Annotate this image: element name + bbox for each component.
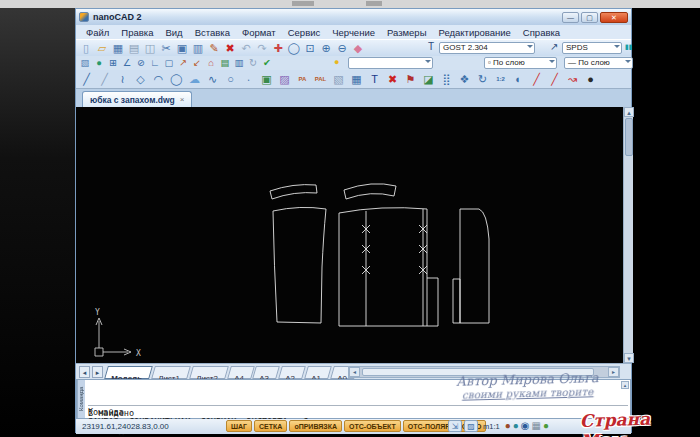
tab-nav-right-icon[interactable]: ▸ [92,366,103,378]
toolbar-icon[interactable]: ↝ [565,72,580,86]
command-scroll-up-icon[interactable]: ▴ [621,381,629,389]
toolbar-icon[interactable]: ▦ [111,41,125,55]
status-indicator-icon[interactable]: ▦ [532,420,541,432]
toolbar-icon[interactable]: ↗ [177,57,189,69]
toolbar-icon[interactable]: ☁ [187,72,202,86]
toolbar-icon[interactable]: ▧ [79,57,91,69]
sheet-tab[interactable]: Лист2 [189,366,229,379]
minimize-button[interactable]: — [562,12,579,23]
color-combo[interactable] [348,57,433,69]
toolbar-icon[interactable]: ⣿ [439,72,454,86]
status-indicator-icon[interactable]: ● [543,420,549,432]
toolbar-icon[interactable]: ◪ [421,72,436,86]
toolbar-icon[interactable]: ╱ [97,72,112,86]
toolbar-icon[interactable]: ⊞ [107,57,119,69]
sheet-tab[interactable]: A1 [304,366,332,379]
status-icon-button[interactable]: ⇲ [448,420,462,432]
toolbar-icon[interactable]: ▢ [163,57,175,69]
command-panel-side-tab[interactable]: Команда [77,380,85,418]
toolbar-icon[interactable]: ✎ [207,41,221,55]
menu-item[interactable]: Справка [517,26,566,39]
status-indicator-icon[interactable]: ● [505,420,511,432]
toolbar-icon[interactable]: ✖ [223,41,237,55]
toolbar-icon[interactable]: ▥ [191,41,205,55]
status-toggle-button[interactable]: ШАГ [226,420,252,432]
status-indicator-icon[interactable]: ● [513,420,519,432]
status-toggle-button[interactable]: ОТС-ОБЪЕКТ [344,420,401,432]
toolbar-icon[interactable]: ◆ [351,41,365,55]
close-button[interactable]: ✕ [600,12,628,23]
menu-item[interactable]: Редактирование [432,26,516,39]
status-icon-button[interactable]: ▨ [464,420,478,432]
vertical-scrollbar[interactable]: ▲ ▼ [623,107,633,363]
tab-close-icon[interactable]: × [180,95,185,104]
toolbar-icon[interactable]: PAL [313,72,328,86]
command-input[interactable]: Команда [88,405,628,417]
toolbar-icon[interactable]: ● [583,72,598,86]
toolbar-icon[interactable]: ◇ [133,72,148,86]
drawing-canvas[interactable]: Y X [76,107,623,363]
layer-color-combo[interactable]: ▫ По слою [484,57,557,69]
toolbar-icon[interactable]: ▣ [259,72,274,86]
document-tab[interactable]: юбка с запахом.dwg × [82,91,192,107]
text-style-icon[interactable]: T [428,41,434,52]
toolbar-icon[interactable]: ◫ [143,41,157,55]
toolbar-icon[interactable]: ▣ [175,41,189,55]
dim-style-combo[interactable]: SPDS [562,42,622,54]
scroll-right-icon[interactable]: ▸ [608,367,619,377]
toolbar-icon[interactable]: ∿ [205,72,220,86]
toolbar-icon[interactable]: ⊖ [335,41,349,55]
sheet-tab[interactable]: A2 [278,366,306,379]
toolbar-icon[interactable]: 1:2 [493,72,508,86]
toolbar-icon[interactable]: T [367,72,382,86]
toolbar-icon[interactable]: ↶ [239,41,253,55]
dim-style-icon[interactable]: ↗ [550,41,558,52]
toolbar-icon[interactable]: ╱ [79,72,94,86]
toolbar-icon[interactable]: ⊕ [319,41,333,55]
toolbar-icon[interactable]: ✂ [159,41,173,55]
toolbar-icon[interactable]: ✚ [271,41,285,55]
pause-icon[interactable]: ▮▮ [625,43,633,51]
linetype-combo[interactable]: — По слою [564,57,633,69]
toolbar-icon[interactable]: ╱ [529,72,544,86]
toolbar-icon[interactable]: ✔ [261,57,273,69]
toolbar-icon[interactable]: ▯ [79,41,93,55]
toolbar-icon[interactable]: ⊘ [135,57,147,69]
menu-item[interactable]: Вид [159,26,188,39]
status-toggle-button[interactable]: СЕТКА [254,420,287,432]
sheet-tab[interactable]: A4 [227,366,255,379]
toolbar-icon[interactable]: ≀ [115,72,130,86]
menu-item[interactable]: Черчение [326,26,381,39]
menu-item[interactable]: Формат [236,26,282,39]
menu-item[interactable]: Сервис [282,26,327,39]
status-toggle-button[interactable]: оПРИВЯЗКА [289,420,342,432]
maximize-button[interactable]: ▢ [581,12,598,23]
color-swatch-icon[interactable]: ● [334,57,339,67]
sheet-tab[interactable]: Модель [104,366,153,379]
tab-nav-left-icon[interactable]: ◂ [79,366,90,378]
toolbar-icon[interactable]: ▧ [331,72,346,86]
toolbar-icon[interactable]: ⚑ [403,72,418,86]
toolbar-icon[interactable]: ▱ [95,41,109,55]
scale-display[interactable]: m1:1 [480,422,503,431]
horizontal-scrollbar[interactable]: ◂ ▸ [348,366,620,378]
menu-item[interactable]: Вставка [189,26,236,39]
toolbar-icon[interactable]: ◯ [169,72,184,86]
toolbar-icon[interactable]: ↷ [255,41,269,55]
toolbar-icon[interactable]: ● [93,57,105,69]
toolbar-icon[interactable]: ◐ [511,72,526,86]
toolbar-icon[interactable]: ↻ [247,57,259,69]
menu-item[interactable]: Размеры [381,26,432,39]
text-style-combo[interactable]: GOST 2.304 [439,42,535,54]
toolbar-icon[interactable]: ∠ [121,57,133,69]
scroll-left-icon[interactable]: ◂ [349,367,360,377]
toolbar-icon[interactable]: ∙ [241,72,256,86]
toolbar-icon[interactable]: ⊡ [303,41,317,55]
horizontal-scroll-thumb[interactable] [362,368,594,376]
toolbar-icon[interactable]: ❖ [457,72,472,86]
toolbar-icon[interactable]: ⌂ [205,57,217,69]
vertical-scroll-thumb[interactable] [625,118,633,156]
toolbar-icon[interactable]: ▦ [349,72,364,86]
toolbar-icon[interactable]: ▥ [233,57,245,69]
menu-item[interactable]: Файл [80,26,115,39]
